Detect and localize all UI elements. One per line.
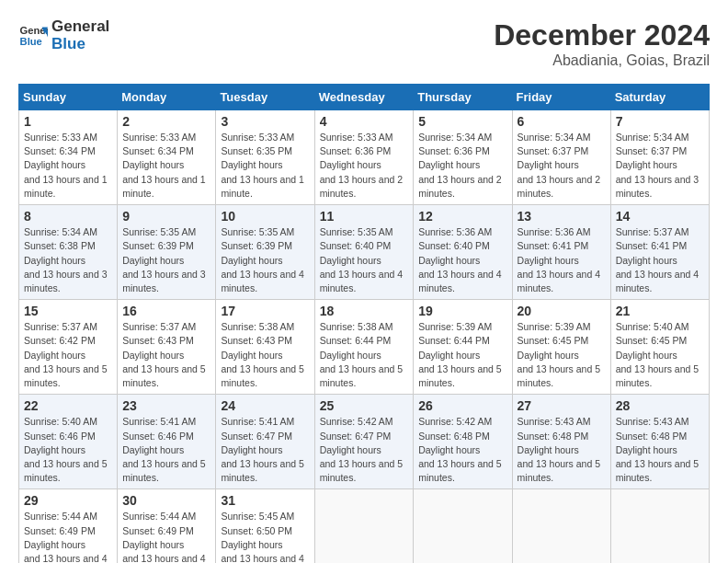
daylight-value: and 13 hours and 5 minutes. (221, 458, 304, 483)
day-info: Sunrise: 5:36 AM Sunset: 6:41 PM Dayligh… (518, 225, 606, 295)
daylight-value: and 13 hours and 3 minutes. (24, 269, 108, 293)
sunset-label: Sunset: 6:49 PM (24, 525, 96, 536)
day-cell-22: 22 Sunrise: 5:40 AM Sunset: 6:46 PM Dayl… (19, 395, 118, 489)
sunrise-label: Sunrise: 5:39 AM (518, 321, 591, 332)
day-cell-16: 16 Sunrise: 5:37 AM Sunset: 6:43 PM Dayl… (118, 300, 216, 395)
sunset-label: Sunset: 6:34 PM (122, 145, 194, 156)
sunset-label: Sunset: 6:34 PM (24, 145, 96, 156)
daylight-value: and 13 hours and 5 minutes. (24, 363, 108, 388)
sunrise-label: Sunrise: 5:36 AM (418, 226, 492, 237)
col-header-saturday: Saturday (610, 85, 709, 110)
daylight-label: Daylight hours (616, 255, 677, 266)
day-cell-31: 31 Sunrise: 5:45 AM Sunset: 6:50 PM Dayl… (216, 489, 314, 563)
day-cell-15: 15 Sunrise: 5:37 AM Sunset: 6:42 PM Dayl… (19, 300, 118, 395)
daylight-label: Daylight hours (122, 255, 184, 266)
daylight-label: Daylight hours (616, 350, 677, 361)
daylight-value: and 13 hours and 2 minutes. (320, 174, 404, 199)
day-number: 1 (24, 114, 112, 129)
daylight-value: and 13 hours and 3 minutes. (616, 174, 700, 199)
sunrise-label: Sunrise: 5:43 AM (518, 416, 591, 427)
sunrise-label: Sunrise: 5:40 AM (24, 416, 97, 427)
col-header-tuesday: Tuesday (216, 85, 314, 110)
sunset-label: Sunset: 6:41 PM (616, 240, 688, 251)
day-number: 22 (24, 398, 112, 413)
sunrise-label: Sunrise: 5:42 AM (418, 416, 492, 427)
day-number: 15 (24, 304, 112, 318)
daylight-label: Daylight hours (24, 159, 85, 170)
empty-cell (610, 489, 709, 563)
daylight-value: and 13 hours and 4 minutes. (518, 269, 601, 293)
daylight-label: Daylight hours (616, 159, 677, 170)
day-info: Sunrise: 5:37 AM Sunset: 6:43 PM Dayligh… (122, 320, 210, 390)
day-cell-9: 9 Sunrise: 5:35 AM Sunset: 6:39 PM Dayli… (118, 205, 216, 300)
daylight-label: Daylight hours (418, 350, 480, 361)
sunrise-label: Sunrise: 5:43 AM (616, 416, 689, 427)
location: Abadiania, Goias, Brazil (494, 52, 710, 69)
day-info: Sunrise: 5:35 AM Sunset: 6:39 PM Dayligh… (221, 225, 309, 295)
day-cell-2: 2 Sunrise: 5:33 AM Sunset: 6:34 PM Dayli… (118, 110, 216, 205)
sunset-label: Sunset: 6:42 PM (24, 335, 96, 346)
sunset-label: Sunset: 6:40 PM (320, 240, 392, 251)
day-info: Sunrise: 5:40 AM Sunset: 6:45 PM Dayligh… (616, 320, 704, 390)
sunrise-label: Sunrise: 5:37 AM (122, 321, 196, 332)
sunrise-label: Sunrise: 5:34 AM (616, 132, 689, 143)
week-row-5: 29 Sunrise: 5:44 AM Sunset: 6:49 PM Dayl… (19, 489, 710, 563)
sunrise-label: Sunrise: 5:33 AM (24, 132, 97, 143)
day-cell-6: 6 Sunrise: 5:34 AM Sunset: 6:37 PM Dayli… (512, 110, 610, 205)
sunset-label: Sunset: 6:38 PM (24, 240, 96, 251)
daylight-value: and 13 hours and 2 minutes. (518, 174, 601, 199)
sunrise-label: Sunrise: 5:41 AM (122, 416, 196, 427)
daylight-label: Daylight hours (418, 159, 480, 170)
daylight-label: Daylight hours (518, 159, 579, 170)
sunset-label: Sunset: 6:46 PM (122, 431, 194, 442)
calendar-header-row: SundayMondayTuesdayWednesdayThursdayFrid… (19, 85, 710, 110)
day-cell-5: 5 Sunrise: 5:34 AM Sunset: 6:36 PM Dayli… (414, 110, 512, 205)
day-cell-14: 14 Sunrise: 5:37 AM Sunset: 6:41 PM Dayl… (610, 205, 709, 300)
sunset-label: Sunset: 6:39 PM (221, 240, 292, 251)
week-row-3: 15 Sunrise: 5:37 AM Sunset: 6:42 PM Dayl… (19, 300, 710, 395)
day-info: Sunrise: 5:43 AM Sunset: 6:48 PM Dayligh… (518, 415, 606, 485)
sunrise-label: Sunrise: 5:34 AM (24, 226, 97, 237)
sunrise-label: Sunrise: 5:37 AM (616, 226, 689, 237)
day-info: Sunrise: 5:34 AM Sunset: 6:37 PM Dayligh… (616, 131, 704, 201)
col-header-wednesday: Wednesday (314, 85, 414, 110)
sunset-label: Sunset: 6:41 PM (518, 240, 589, 251)
sunset-label: Sunset: 6:45 PM (518, 335, 589, 346)
day-info: Sunrise: 5:37 AM Sunset: 6:42 PM Dayligh… (24, 320, 112, 390)
day-info: Sunrise: 5:42 AM Sunset: 6:47 PM Dayligh… (320, 415, 409, 485)
svg-text:Blue: Blue (20, 35, 42, 46)
sunrise-label: Sunrise: 5:34 AM (418, 132, 492, 143)
daylight-label: Daylight hours (24, 539, 85, 550)
day-number: 23 (122, 398, 210, 413)
day-number: 17 (221, 304, 309, 318)
daylight-value: and 13 hours and 5 minutes. (418, 363, 502, 388)
daylight-value: and 13 hours and 4 minutes. (616, 269, 700, 293)
day-cell-17: 17 Sunrise: 5:38 AM Sunset: 6:43 PM Dayl… (216, 300, 314, 395)
day-number: 20 (518, 304, 606, 318)
daylight-value: and 13 hours and 1 minute. (221, 174, 304, 199)
day-cell-19: 19 Sunrise: 5:39 AM Sunset: 6:44 PM Dayl… (414, 300, 512, 395)
day-info: Sunrise: 5:35 AM Sunset: 6:39 PM Dayligh… (122, 225, 210, 295)
sunrise-label: Sunrise: 5:39 AM (418, 321, 492, 332)
col-header-sunday: Sunday (19, 85, 118, 110)
day-cell-26: 26 Sunrise: 5:42 AM Sunset: 6:48 PM Dayl… (414, 395, 512, 489)
daylight-value: and 13 hours and 5 minutes. (24, 458, 108, 483)
day-number: 3 (221, 114, 309, 129)
daylight-label: Daylight hours (418, 444, 480, 455)
day-number: 18 (320, 304, 409, 318)
day-number: 10 (221, 209, 309, 224)
week-row-1: 1 Sunrise: 5:33 AM Sunset: 6:34 PM Dayli… (19, 110, 710, 205)
day-cell-27: 27 Sunrise: 5:43 AM Sunset: 6:48 PM Dayl… (512, 395, 610, 489)
day-cell-28: 28 Sunrise: 5:43 AM Sunset: 6:48 PM Dayl… (610, 395, 709, 489)
daylight-value: and 13 hours and 5 minutes. (122, 363, 206, 388)
empty-cell (314, 489, 414, 563)
day-info: Sunrise: 5:39 AM Sunset: 6:45 PM Dayligh… (518, 320, 606, 390)
col-header-thursday: Thursday (414, 85, 512, 110)
sunset-label: Sunset: 6:48 PM (418, 431, 490, 442)
day-number: 16 (122, 304, 210, 318)
daylight-value: and 13 hours and 3 minutes. (122, 269, 206, 293)
daylight-label: Daylight hours (221, 539, 282, 550)
daylight-label: Daylight hours (616, 444, 677, 455)
daylight-label: Daylight hours (221, 255, 282, 266)
daylight-label: Daylight hours (320, 159, 381, 170)
